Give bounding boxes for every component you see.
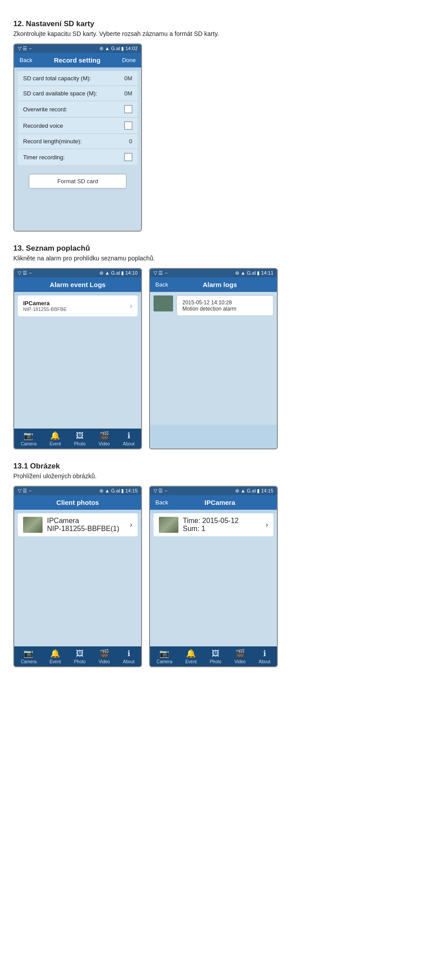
section-13-subtitle: Klikněte na alarm pro prohlídku seznamu …: [13, 255, 413, 262]
format-btn-wrap: Format SD card: [14, 169, 141, 194]
photo-item-left: IPCamera NIP-181255-BBFBE(1): [23, 517, 119, 533]
timer-recording-checkbox[interactable]: [124, 153, 132, 161]
status-right-131-2: ⊛ ▲ G.al ▮ 14:15: [235, 488, 273, 494]
nav-about-label-131-1: About: [123, 659, 134, 664]
section-12-subtitle: Zkontrolujte kapacitu SD karty. Vyberte …: [13, 30, 413, 37]
phone-131-1: ▽ ☰ ← ⊛ ▲ G.al ▮ 14:15 Client photos IPC…: [13, 486, 142, 667]
settings-row-3: Recorded voice: [18, 118, 138, 134]
back-button-131-2[interactable]: Back: [155, 499, 168, 506]
alarm-date: 2015-05-12 14:10:28: [182, 299, 268, 306]
status-bar-13-1: ▽ ☰ ← ⊛ ▲ G.al ▮ 14:10: [14, 269, 141, 277]
overwrite-checkbox[interactable]: [124, 105, 132, 113]
nav-photo-label-131-1: Photo: [74, 659, 86, 664]
nav-camera-label: Camera: [21, 441, 37, 446]
status-bar-131-1: ▽ ☰ ← ⊛ ▲ G.al ▮ 14:15: [14, 487, 141, 495]
header-bar-13-2: Back Alarm logs: [150, 277, 277, 292]
photo-chevron-icon: ›: [130, 521, 132, 529]
header-title: Record setting: [54, 56, 100, 64]
back-button[interactable]: Back: [20, 57, 32, 63]
row-label-1: SD card available space (M):: [23, 90, 97, 97]
alarm-detail-row: 2015-05-12 14:10:28 Motion detection ala…: [154, 295, 273, 316]
nav-about[interactable]: ℹ About: [123, 431, 134, 446]
row-value-1: 0M: [124, 90, 132, 97]
nav-camera[interactable]: 📷 Camera: [21, 431, 37, 446]
nav-event-label-131-2: Event: [185, 659, 197, 664]
time-thumbnail: [159, 517, 178, 533]
done-button[interactable]: Done: [122, 57, 136, 63]
settings-row-0: SD card total capacity (M): 0M: [18, 71, 138, 86]
settings-row-1: SD card available space (M): 0M: [18, 86, 138, 101]
nav-photo-label-131-2: Photo: [210, 659, 221, 664]
nav-about-131-2[interactable]: ℹ About: [259, 649, 270, 664]
time-item-info: Time: 2015-05-12 Sum: 1: [183, 517, 239, 533]
video-icon-131-2: 🎬: [235, 649, 245, 658]
status-left-13-1: ▽ ☰ ←: [18, 270, 33, 276]
nav-about-131-1[interactable]: ℹ About: [123, 649, 134, 664]
status-right-13-1: ⊛ ▲ G.al ▮ 14:10: [99, 270, 138, 276]
row-value-4: 0: [129, 138, 132, 145]
row-label-3: Recorded voice: [23, 122, 63, 129]
about-icon: ℹ: [127, 431, 130, 441]
about-icon-131-1: ℹ: [127, 649, 130, 658]
photo-thumb-inner: [23, 517, 43, 533]
nav-camera-label-131-1: Camera: [21, 659, 37, 664]
nav-video-label-131-1: Video: [99, 659, 110, 664]
camera-icon-131-1: 📷: [24, 649, 33, 658]
nav-event-131-1[interactable]: 🔔 Event: [50, 649, 61, 664]
status-left-13-2: ▽ ☰ ←: [154, 270, 169, 276]
sum-value: Sum: 1: [183, 525, 239, 533]
nav-camera-131-1[interactable]: 📷 Camera: [21, 649, 37, 664]
time-item-left: Time: 2015-05-12 Sum: 1: [159, 517, 239, 533]
nav-event-131-2[interactable]: 🔔 Event: [185, 649, 197, 664]
nav-photo-131-1[interactable]: 🖼 Photo: [74, 649, 86, 664]
time-chevron-icon: ›: [266, 521, 268, 529]
alarm-popup: 2015-05-12 14:10:28 Motion detection ala…: [177, 295, 273, 316]
client-photos-title: Client photos: [56, 499, 99, 506]
alarm-event: Motion detection alarm: [182, 306, 268, 312]
photo-item-sub: NIP-181255-BBFBE(1): [47, 525, 119, 533]
nav-video[interactable]: 🎬 Video: [99, 431, 110, 446]
video-icon: 🎬: [99, 431, 109, 441]
phone-131-1-content: IPCamera NIP-181255-BBFBE(1) ›: [14, 513, 141, 646]
alarm-logs-title: Alarm logs: [203, 281, 237, 288]
chevron-right-icon: ›: [130, 302, 132, 310]
nav-event[interactable]: 🔔 Event: [50, 431, 61, 446]
phone-13-2: ▽ ☰ ← ⊛ ▲ G.al ▮ 14:11 Back Alarm logs 2…: [149, 268, 278, 449]
camera-icon: 📷: [24, 431, 33, 441]
photo-icon: 🖼: [76, 431, 84, 441]
status-right-131-1: ⊛ ▲ G.al ▮ 14:15: [99, 488, 138, 494]
nav-camera-131-2[interactable]: 📷 Camera: [157, 649, 173, 664]
section-12: 12. Nastavení SD karty Zkontrolujte kapa…: [13, 20, 413, 232]
photo-list-item[interactable]: IPCamera NIP-181255-BBFBE(1) ›: [18, 513, 138, 536]
back-button-13-2[interactable]: Back: [155, 281, 168, 288]
settings-row-4: Record length(minute): 0: [18, 134, 138, 149]
event-icon: 🔔: [50, 431, 60, 441]
recorded-voice-checkbox[interactable]: [124, 122, 132, 130]
nav-about-label-131-2: About: [259, 659, 270, 664]
header-bar-131-1: Client photos: [14, 495, 141, 510]
alarm-list-item[interactable]: IPCamera NIP-181255-BBFBE ›: [18, 295, 138, 316]
camera-thumbnail: [154, 295, 173, 311]
nav-video-131-2[interactable]: 🎬 Video: [234, 649, 245, 664]
phone-12-content: SD card total capacity (M): 0M SD card a…: [14, 71, 141, 231]
alarm-event-logs-title: Alarm event Logs: [50, 281, 106, 288]
nav-about-label: About: [123, 441, 134, 446]
nav-photo-131-2[interactable]: 🖼 Photo: [210, 649, 221, 664]
status-right: ⊛ ▲ G.al ▮ 14:02: [99, 46, 138, 51]
format-sd-button[interactable]: Format SD card: [29, 174, 126, 189]
photo-thumbnail: [23, 517, 43, 533]
camera-icon-131-2: 📷: [159, 649, 169, 658]
phone-131-2: ▽ ☰ ← ⊛ ▲ G.al ▮ 14:15 Back IPCamera Tim…: [149, 486, 278, 667]
status-left-icons: ▽ ☰ ←: [18, 46, 33, 51]
time-list-item[interactable]: Time: 2015-05-12 Sum: 1 ›: [154, 513, 273, 536]
alarm-item-name: IPCamera: [23, 300, 67, 307]
photo-icon-131-1: 🖼: [76, 649, 84, 658]
event-icon-131-2: 🔔: [186, 649, 196, 658]
about-icon-131-2: ℹ: [263, 649, 266, 658]
phone-13-2-content: 2015-05-12 14:10:28 Motion detection ala…: [150, 292, 277, 425]
photo-item-name: IPCamera: [47, 517, 119, 525]
status-left-131-2: ▽ ☰ ←: [154, 488, 169, 494]
nav-photo[interactable]: 🖼 Photo: [74, 431, 86, 446]
section-131-title: 13.1 Obrázek: [13, 462, 413, 471]
nav-video-131-1[interactable]: 🎬 Video: [99, 649, 110, 664]
